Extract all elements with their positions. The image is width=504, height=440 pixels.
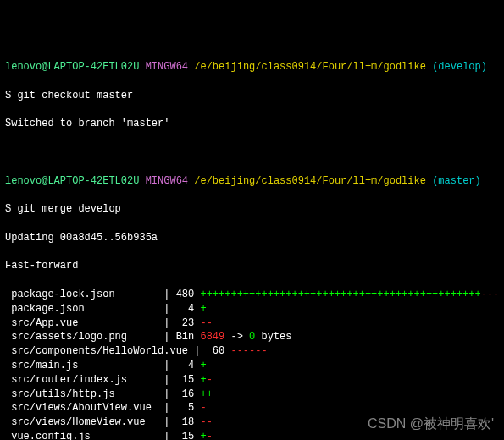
prompt-branch: (master) [432,175,481,187]
diffstat-row: src/router/index.js | 15 +- [5,373,499,388]
prompt-branch: (develop) [432,61,487,73]
diffstat-row: src/main.js | 4 + [5,359,499,373]
diffstat-row: src/utils/http.js | 16 ++ [5,388,499,402]
prompt-path: /e/beijing/class0914/Four/ll+m/godlike [194,175,426,187]
prompt-line: lenovo@LAPTOP-42ETL02U MINGW64 /e/beijin… [5,174,499,189]
output-line: Fast-forward [5,259,499,273]
diffstat-list: package-lock.json | 480 ++++++++++++++++… [5,288,499,440]
diffstat-row: vue.config.js | 15 +- [5,430,499,440]
prompt-user: lenovo@LAPTOP-42ETL02U [5,61,139,73]
command-line[interactable]: $ git merge develop [5,202,499,217]
diffstat-row: src/App.vue | 23 -- [5,316,499,331]
diffstat-row: src/assets/logo.png | Bin 6849 -> 0 byte… [5,330,499,344]
output-line: Updating 00a8d45..56b935a [5,231,499,245]
prompt-path: /e/beijing/class0914/Four/ll+m/godlike [194,61,426,73]
prompt-host: MINGW64 [146,61,188,73]
diffstat-row: src/views/AboutView.vue | 5 - [5,401,499,415]
diffstat-row: package.json | 4 + [5,302,499,316]
prompt-line: lenovo@LAPTOP-42ETL02U MINGW64 /e/beijin… [5,60,499,74]
prompt-host: MINGW64 [146,175,188,187]
output-line: Switched to branch 'master' [5,117,499,131]
diffstat-row: src/views/HomeView.vue | 18 -- [5,415,499,430]
prompt-user: lenovo@LAPTOP-42ETL02U [5,175,139,187]
diffstat-row: package-lock.json | 480 ++++++++++++++++… [5,288,499,302]
diffstat-row: src/components/HelloWorld.vue | 60 -----… [5,344,499,359]
command-line[interactable]: $ git checkout master [5,89,499,103]
